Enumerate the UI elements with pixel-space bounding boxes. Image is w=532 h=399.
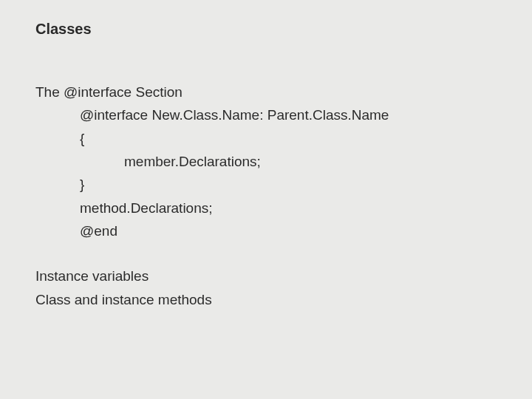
text-line: @end xyxy=(35,219,532,242)
slide-body: The @interface Section @interface New.Cl… xyxy=(35,81,532,311)
text-line: { xyxy=(35,127,532,150)
slide-title: Classes xyxy=(35,21,532,38)
text-line: @interface New.Class.Name: Parent.Class.… xyxy=(35,103,532,126)
text-line: The @interface Section xyxy=(35,81,532,103)
slide: Classes The @interface Section @interfac… xyxy=(0,0,532,399)
text-line: Instance variables xyxy=(35,265,532,287)
text-line: method.Declarations; xyxy=(35,197,532,219)
text-line: member.Declarations; xyxy=(35,150,532,173)
spacer xyxy=(35,242,532,265)
text-line: } xyxy=(35,173,532,196)
text-line: Class and instance methods xyxy=(35,288,532,311)
